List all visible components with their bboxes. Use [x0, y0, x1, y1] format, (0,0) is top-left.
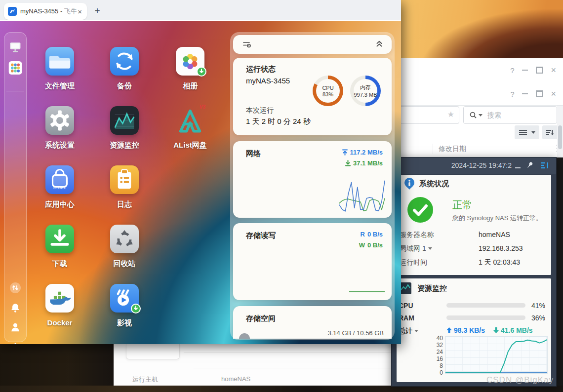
sort-button[interactable]: [542, 125, 558, 139]
divider: [194, 368, 391, 368]
desktop-icon[interactable]: [9, 41, 22, 55]
close-icon[interactable]: ×: [551, 89, 556, 98]
uptime-value: 1 天 2 时 0 分 24 秒: [246, 117, 311, 126]
app-file-manager[interactable]: 文件管理: [31, 47, 88, 91]
cpu-gauge: CPU83%: [313, 76, 343, 106]
settings-gear-icon[interactable]: [10, 342, 21, 344]
minimize-icon[interactable]: [515, 167, 521, 168]
app-launcher-icon[interactable]: [9, 61, 22, 77]
tab-close-icon[interactable]: ×: [77, 7, 83, 16]
lan-dropdown[interactable]: 局域网 1: [400, 244, 432, 253]
transfer-icon[interactable]: [9, 282, 21, 296]
app-recycle-bin[interactable]: 回收站: [96, 225, 153, 269]
info-icon: [403, 177, 415, 190]
chevron-down-icon: [414, 330, 418, 332]
fnos-favicon: [8, 7, 17, 16]
app-center-bag-icon: [45, 165, 74, 194]
favorites-field[interactable]: ★: [393, 106, 459, 124]
maximize-icon[interactable]: [536, 67, 543, 74]
minimize-icon[interactable]: [522, 70, 528, 71]
search-input[interactable]: [486, 111, 557, 119]
app-alist[interactable]: V3 AList网盘: [161, 106, 219, 150]
info-row-server-name: 服务器名称 homeNAS: [400, 231, 548, 242]
search-caret-icon[interactable]: [479, 114, 483, 117]
divider: [184, 353, 391, 353]
view-mode-button[interactable]: [515, 125, 539, 139]
app-docker[interactable]: Docker: [31, 284, 88, 327]
search-box[interactable]: [463, 106, 557, 124]
maximize-icon[interactable]: [536, 90, 543, 97]
app-logs[interactable]: 日志: [96, 165, 153, 209]
row-label: 局域网 1: [400, 244, 426, 252]
widget-run-status: 运行状态 myNAS-3455 CPU83% 内存997.3 MB 本次运行 1…: [233, 58, 392, 135]
sort-icon: [546, 129, 554, 136]
disk-sparkline: [349, 280, 385, 293]
network-history-chart: [445, 336, 548, 374]
app-label: 备份: [96, 81, 153, 91]
app-backup[interactable]: 备份: [96, 47, 153, 91]
browser-tabbar: myNAS-3455 - 飞牛 × +: [0, 0, 401, 20]
app-system-settings[interactable]: 系统设置: [31, 106, 88, 150]
new-tab-button[interactable]: +: [91, 4, 104, 17]
arrow-down-icon: [493, 327, 499, 333]
background-row-value: homeNAS: [221, 375, 250, 383]
storage-pie-fragment: [239, 333, 250, 339]
total-dropdown[interactable]: 总计: [399, 327, 418, 336]
watermark: CSDN @BigKay: [486, 375, 554, 385]
app-label: 系统设置: [31, 141, 88, 150]
widget-storage: 存储空间 3.14 GB / 10.56 GB: [233, 306, 392, 339]
notifications-bell-icon[interactable]: [10, 302, 21, 315]
recycle-icon: [110, 225, 139, 253]
help-icon[interactable]: ?: [510, 90, 514, 98]
chart-y-axis: 40 32 24 16 8 0: [425, 335, 443, 376]
download-icon: [345, 160, 351, 166]
update-badge-icon: [197, 67, 206, 77]
widget-settings-icon[interactable]: [243, 40, 251, 50]
app-photos[interactable]: 相册: [161, 47, 219, 91]
storage-usage: 3.14 GB / 10.56 GB: [328, 329, 384, 337]
app-label: 文件管理: [31, 81, 88, 91]
collapse-panel-icon[interactable]: [376, 40, 383, 49]
browser-tab[interactable]: myNAS-3455 - 飞牛 ×: [4, 3, 87, 20]
app-app-center[interactable]: STORE 应用中心: [31, 165, 88, 209]
app-movies[interactable]: 影视: [96, 284, 153, 328]
update-badge-icon: [131, 304, 141, 314]
scrollbar-thumb[interactable]: [558, 125, 562, 149]
column-divider: [433, 144, 433, 154]
status-description: 您的 Synology NAS 运转正常。: [452, 214, 542, 223]
app-label: AList网盘: [161, 141, 219, 150]
user-icon[interactable]: [10, 322, 21, 335]
disk-read-rate: R0 B/s: [361, 231, 383, 238]
app-resource-monitor[interactable]: 资源监控: [96, 106, 153, 150]
star-icon[interactable]: ★: [447, 110, 454, 119]
alist-icon: [176, 106, 204, 135]
minimize-icon[interactable]: [522, 93, 528, 94]
fnos-sidebar: [4, 32, 27, 342]
sidebar-divider: [6, 91, 24, 91]
network-sparkline: [339, 179, 385, 213]
app-label: Docker: [31, 318, 88, 327]
scrollbar[interactable]: [557, 106, 563, 157]
view-mode-caret-icon[interactable]: [531, 131, 535, 134]
system-health-card: 系统状况 正常 您的 Synology NAS 运转正常。 服务器名称 home…: [397, 175, 551, 275]
app-download[interactable]: 下载: [31, 225, 88, 269]
pin-icon[interactable]: [526, 161, 534, 171]
widget-title: 运行状态: [246, 65, 276, 74]
help-icon[interactable]: ?: [510, 66, 514, 75]
app-label: 相册: [161, 81, 219, 91]
network-download-rate: 37.1 MB/s: [345, 159, 383, 167]
chevron-down-icon: [428, 247, 432, 250]
widget-title: 网络: [246, 149, 261, 158]
widget-network: 网络 117.2 MB/s 37.1 MB/s: [233, 141, 392, 218]
resource-monitor-card: 资源监控 CPU 41% RAM 36% 总计 98.3 KB/s 41.6 M…: [397, 278, 551, 382]
upload-rate: 98.3 KB/s: [446, 326, 485, 334]
widget-title: 存储空间: [246, 314, 276, 323]
file-manager-icon: [45, 47, 74, 76]
column-modified-date[interactable]: 修改日期: [439, 145, 466, 154]
list-column-header[interactable]: 修改日期: [398, 141, 563, 157]
app-label: 资源监控: [96, 141, 153, 150]
app-label: 影视: [96, 318, 153, 328]
widget-panel-toggle-icon[interactable]: [540, 161, 549, 171]
row-label: 运行时间: [400, 258, 427, 267]
close-icon[interactable]: ×: [551, 66, 556, 75]
